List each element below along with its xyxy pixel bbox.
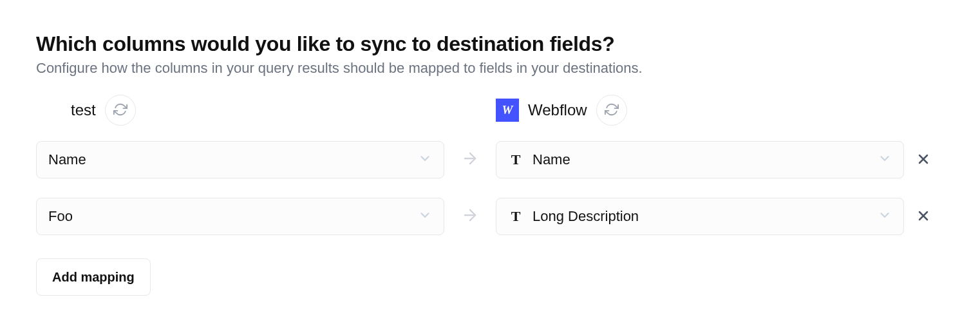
mapping-row: Name T Name — [36, 141, 944, 178]
close-icon — [916, 151, 931, 169]
chevron-down-icon — [878, 208, 892, 225]
text-type-icon: T — [508, 208, 523, 225]
column-headers: test W Webflow — [36, 95, 944, 126]
text-type-icon: T — [508, 151, 523, 168]
refresh-icon — [113, 102, 127, 119]
refresh-destination-button[interactable] — [596, 95, 627, 126]
destination-field-select[interactable]: T Long Description — [496, 198, 904, 235]
source-field-select[interactable]: Name — [36, 141, 444, 178]
remove-mapping-button[interactable] — [910, 203, 936, 231]
close-icon — [916, 208, 931, 225]
add-mapping-button[interactable]: Add mapping — [36, 258, 151, 296]
arrow-right-icon — [461, 149, 479, 170]
source-field-value: Foo — [48, 208, 409, 225]
source-field-select[interactable]: Foo — [36, 198, 444, 235]
page-title: Which columns would you like to sync to … — [36, 32, 944, 56]
webflow-logo-icon: W — [496, 99, 519, 122]
refresh-source-button[interactable] — [105, 95, 136, 126]
refresh-icon — [605, 102, 619, 119]
destination-label: Webflow — [528, 101, 587, 119]
source-field-value: Name — [48, 151, 409, 168]
destination-field-value: Long Description — [532, 208, 869, 225]
page-subtitle: Configure how the columns in your query … — [36, 60, 944, 77]
source-label: test — [71, 101, 96, 119]
arrow-right-icon — [461, 206, 479, 227]
mapping-rows: Name T Name Foo — [36, 141, 944, 235]
chevron-down-icon — [878, 151, 892, 168]
chevron-down-icon — [418, 208, 432, 225]
remove-mapping-button[interactable] — [910, 146, 936, 174]
destination-field-select[interactable]: T Name — [496, 141, 904, 178]
destination-field-value: Name — [532, 151, 869, 168]
mapping-row: Foo T Long Description — [36, 198, 944, 235]
chevron-down-icon — [418, 151, 432, 168]
